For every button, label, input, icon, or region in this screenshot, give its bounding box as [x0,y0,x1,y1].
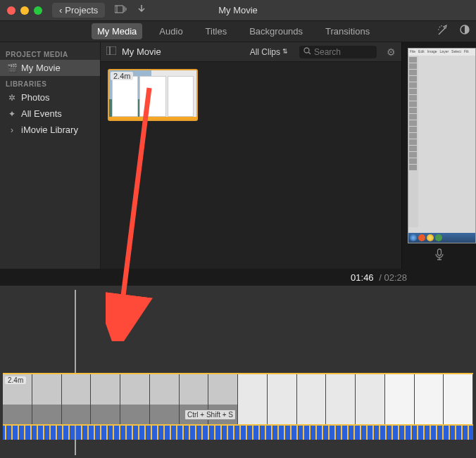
import-media-button[interactable] [115,4,127,16]
window-title: My Movie [218,5,258,15]
timecode-total: / 02:28 [377,272,407,283]
audio-waveform[interactable] [3,426,473,440]
timecode-display: 01:46 / 02:28 [0,269,476,286]
timecode-current: 01:46 [351,272,374,283]
svg-rect-0 [115,6,123,13]
disclosure-icon: › [7,125,17,135]
svg-point-7 [304,48,309,53]
browser-title: My Movie [122,46,161,57]
close-window-button[interactable] [7,6,15,15]
sidebar-item-label: iMovie Library [21,125,78,135]
clip-duration-badge: 2.4m [111,72,133,80]
svg-rect-6 [110,46,116,55]
tab-backgrounds[interactable]: Backgrounds [244,23,308,39]
list-view-toggle-icon[interactable] [106,46,116,57]
media-tabs: My Media Audio Titles Backgrounds Transi… [0,21,476,42]
svg-line-8 [308,52,311,54]
media-browser: My Movie All Clips ⇅ ⚙ [101,42,401,269]
back-label: Projects [65,5,98,15]
gear-icon[interactable]: ⚙ [387,46,396,58]
preview-tool-palette [408,56,418,227]
sidebar-item-all-events[interactable]: ✦ All Events [0,106,100,122]
preview-menu-bar: FileEditImageLayerSelectFilt [408,49,475,56]
clip-filter-dropdown[interactable]: All Clips ⇅ [250,47,288,57]
clip-used-indicator [109,117,196,120]
main-content: PROJECT MEDIA 🎬 My Movie LIBRARIES ✲ Pho… [0,42,476,269]
search-icon [303,47,311,57]
chevron-left-icon: ‹ [59,5,62,15]
sidebar-item-project[interactable]: 🎬 My Movie [0,60,100,76]
timeline[interactable]: 2.4m Ctrl + Shift + S [0,286,476,458]
keyboard-shortcut-hint: Ctrl + Shift + S [184,409,236,420]
sidebar-item-imovie-library[interactable]: › iMovie Library [0,122,100,138]
search-field[interactable] [299,46,377,58]
star-icon: ✦ [7,109,17,119]
download-icon[interactable] [137,4,146,16]
updown-icon: ⇅ [282,49,288,55]
tab-audio[interactable]: Audio [154,23,188,39]
microphone-icon[interactable] [434,248,444,264]
preview-footer [402,243,476,269]
browser-body[interactable]: 2.4m [101,62,401,269]
preview-taskbar [408,233,475,243]
tab-my-media[interactable]: My Media [92,23,142,39]
window-controls [7,6,42,15]
filter-label: All Clips [250,47,280,57]
maximize-window-button[interactable] [34,6,42,15]
clapper-icon: 🎬 [7,63,17,73]
sidebar-item-label: All Events [21,108,62,119]
video-track[interactable]: 2.4m Ctrl + Shift + S [3,373,473,426]
timeline-clip-duration: 2.4m [5,376,26,384]
browser-header: My Movie All Clips ⇅ ⚙ [101,42,401,62]
sidebar: PROJECT MEDIA 🎬 My Movie LIBRARIES ✲ Pho… [0,42,101,269]
preview-panel: FileEditImageLayerSelectFilt [401,42,476,269]
sidebar-item-label: Photos [21,92,49,103]
tab-titles[interactable]: Titles [200,23,233,39]
media-clip-thumbnail[interactable]: 2.4m [108,69,198,121]
minimize-window-button[interactable] [20,6,29,15]
color-balance-icon[interactable] [459,24,470,39]
tab-transitions[interactable]: Transitions [320,23,375,39]
sidebar-section-project-media: PROJECT MEDIA [0,46,100,60]
sidebar-item-label: My Movie [21,63,61,73]
svg-rect-9 [437,249,441,255]
back-to-projects-button[interactable]: ‹ Projects [52,3,105,18]
search-input[interactable] [314,47,370,57]
svg-rect-5 [106,46,110,55]
sidebar-section-libraries: LIBRARIES [0,76,100,89]
enhance-wand-icon[interactable] [437,24,449,39]
preview-viewport[interactable]: FileEditImageLayerSelectFilt [408,48,476,243]
photos-icon: ✲ [7,93,17,103]
sidebar-item-photos[interactable]: ✲ Photos [0,89,100,106]
titlebar: ‹ Projects My Movie [0,0,476,21]
